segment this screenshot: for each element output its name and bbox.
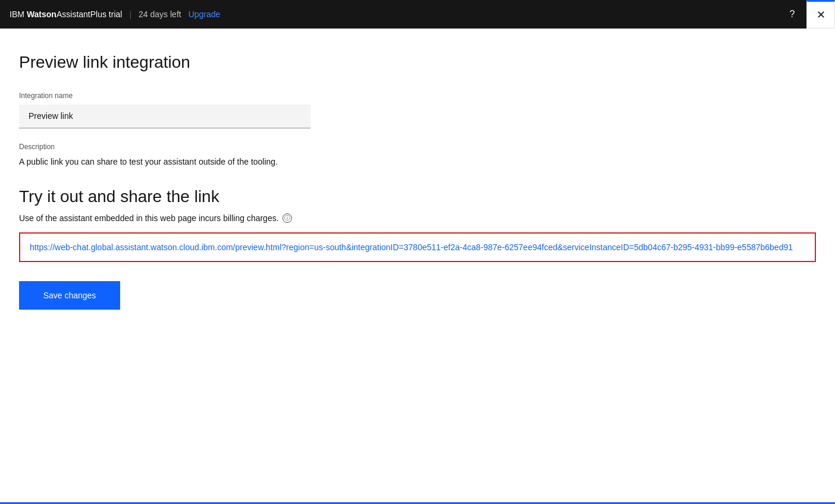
billing-notice: Use of the assistant embedded in this we… — [19, 213, 397, 223]
page-title: Preview link integration — [19, 52, 397, 73]
preview-url-link[interactable]: https://web-chat.global.assistant.watson… — [30, 242, 793, 252]
help-button[interactable]: ? — [783, 5, 802, 24]
trial-days: 24 days left — [139, 10, 181, 19]
preview-link-box: https://web-chat.global.assistant.watson… — [19, 232, 816, 262]
topbar: IBM Watson Assistant Plus trial | 24 day… — [0, 0, 835, 29]
integration-name-label: Integration name — [19, 92, 397, 100]
integration-name-input[interactable] — [19, 105, 310, 128]
description-label: Description — [19, 143, 397, 151]
integration-name-group: Integration name — [19, 92, 397, 128]
brand-plus-trial: Plus trial — [90, 10, 123, 19]
brand-ibm: IBM — [10, 10, 24, 19]
brand-assistant: Assistant — [56, 10, 90, 19]
try-section-title: Try it out and share the link — [19, 187, 397, 206]
upgrade-link[interactable]: Upgrade — [189, 10, 221, 19]
billing-notice-text: Use of the assistant embedded in this we… — [19, 213, 279, 223]
description-text: A public link you can share to test your… — [19, 156, 397, 168]
close-button-container: ✕ — [806, 0, 835, 29]
info-icon[interactable]: ⓘ — [282, 213, 292, 223]
topbar-separator: | — [129, 10, 131, 19]
brand: IBM Watson Assistant Plus trial — [10, 10, 122, 19]
save-changes-button[interactable]: Save changes — [19, 281, 120, 310]
close-button[interactable]: ✕ — [806, 0, 835, 29]
main-content: Preview link integration Integration nam… — [0, 29, 416, 333]
brand-watson: Watson — [27, 10, 56, 19]
close-icon: ✕ — [817, 8, 825, 21]
help-icon: ? — [790, 9, 795, 20]
description-section: Description A public link you can share … — [19, 143, 397, 168]
